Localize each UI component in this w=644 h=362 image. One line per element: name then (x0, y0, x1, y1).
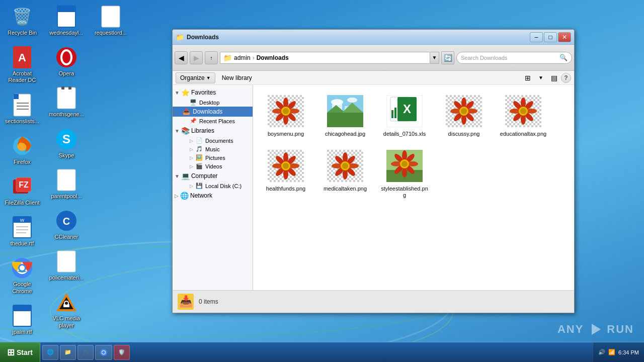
new-library-button[interactable]: New library (217, 72, 257, 83)
desktop-icon-thedue[interactable]: W thedue.rtf (3, 213, 42, 249)
libraries-expand-icon: ▼ (175, 128, 180, 134)
tray-volume-icon[interactable]: 🔊 (598, 349, 605, 355)
search-bar[interactable]: Search Downloads 🔍 (456, 52, 572, 64)
file-thumb-discussy (444, 94, 484, 129)
nav-item-music[interactable]: ▷ 🎵 Music (173, 145, 253, 153)
start-label: Start (17, 348, 33, 356)
file-name-discussy: discussy.png (448, 131, 480, 137)
file-item-details[interactable]: X details_0710s.xls (377, 90, 432, 141)
file-thumb-boysmenu (266, 94, 306, 129)
start-button[interactable]: ⊞ Start (0, 342, 40, 362)
filezilla-label: FileZilla Client (5, 200, 39, 206)
up-button[interactable]: ↑ (205, 51, 218, 64)
monthsgene-icon (54, 86, 78, 110)
file-item-boysmenu[interactable]: boysmenu.png (258, 90, 313, 141)
navigation-pane: ▼ ⭐ Favorites 🖥️ Desktop 📥 Downloads 📌 R… (173, 85, 253, 290)
file-item-medicaltaken[interactable]: medicaltaken.png (317, 145, 373, 202)
taskbar-explorer-button[interactable]: 📁 (60, 345, 76, 360)
taskbar-media-button[interactable]: 🎵 (77, 345, 94, 360)
desktop-icon-jpalm[interactable]: jpalm.rtf (3, 302, 42, 337)
opera-icon (54, 45, 78, 69)
file-item-chicagohead[interactable]: chicagohead.jpg (317, 90, 373, 141)
sectionslists-icon (10, 93, 34, 117)
ccleaner-label: CCleaner (55, 234, 78, 240)
network-expand-icon: ▷ (175, 193, 179, 199)
recent-places-icon: 📌 (190, 118, 197, 124)
status-folder-icon: 📥 (178, 294, 194, 310)
desktop-icon-recycle-bin[interactable]: 🗑️ Recycle Bin (3, 3, 42, 38)
styleestablished-preview (386, 150, 423, 182)
taskbar-security-button[interactable]: 🛡️ (114, 345, 130, 360)
desktop-icon-monthsgene[interactable]: monthsgene... (47, 84, 86, 120)
downloads-nav-label: Downloads (193, 108, 222, 115)
vlc-label: VLC media player (49, 315, 84, 328)
libraries-section[interactable]: ▼ 📚 Libraries (173, 125, 253, 136)
desktop-icon-firefox[interactable]: Firefox (3, 132, 42, 167)
nav-item-videos[interactable]: ▷ 🎬 Videos (173, 162, 253, 170)
nav-item-documents[interactable]: ▷ 📄 Documents (173, 136, 253, 145)
tray-network-icon[interactable]: 📶 (608, 349, 615, 355)
svg-rect-39 (57, 251, 75, 272)
address-bar[interactable]: 📁 admin › Downloads (220, 52, 430, 64)
window-title-bar: 📁 Downloads – □ ✕ (173, 30, 574, 45)
address-dropdown-button[interactable]: ▼ (430, 52, 439, 64)
help-button[interactable]: ? (561, 73, 571, 83)
file-item-discussy[interactable]: discussy.png (436, 90, 492, 141)
svg-rect-26 (13, 305, 31, 311)
desktop-icon-acrobat[interactable]: A Acrobat Reader DC (3, 43, 42, 85)
desktop-icon-ccleaner[interactable]: C CCleaner (47, 207, 86, 242)
boysmenu-preview (268, 95, 304, 127)
desktop-icon-filezilla[interactable]: FZ FileZilla Client (3, 172, 42, 208)
file-item-healthfunds[interactable]: healthfunds.png (258, 145, 313, 202)
desktop-icon-opera[interactable]: Opera (47, 43, 86, 79)
desktop-icon-sectionslists[interactable]: sectionslists... (3, 91, 42, 127)
nav-item-local-disk[interactable]: ▷ 💾 Local Disk (C:) (173, 182, 253, 190)
desktop-icon-parentpool[interactable]: parentpool... (47, 166, 86, 202)
desktop-icon-requestlord[interactable]: requestlord... (91, 3, 130, 38)
back-button[interactable]: ◀ (175, 51, 188, 64)
nav-item-desktop[interactable]: 🖥️ Desktop (173, 98, 253, 107)
taskbar-chrome-button[interactable] (95, 345, 112, 360)
desktop-icon-vlc[interactable]: VLC media player (47, 288, 86, 330)
computer-section[interactable]: ▼ 💻 Computer (173, 170, 253, 182)
tray-clock: 6:34 PM (618, 349, 639, 355)
network-section[interactable]: ▷ 🌐 Network (173, 190, 253, 201)
svg-point-44 (65, 302, 68, 305)
computer-label: Computer (191, 172, 218, 179)
file-item-styleestablished[interactable]: styleestablished.png (377, 145, 432, 202)
svg-point-120 (283, 163, 289, 169)
refresh-button[interactable]: 🔄 (441, 51, 454, 64)
desktop-icon-skype[interactable]: S Skype (47, 125, 86, 161)
favorites-section[interactable]: ▼ ⭐ Favorites (173, 87, 253, 98)
nav-item-pictures[interactable]: ▷ 🖼️ Pictures (173, 153, 253, 162)
taskbar-ie-icon: 🌐 (47, 349, 54, 355)
desktop-icon-chrome[interactable]: Google Chrome (3, 254, 42, 296)
acrobat-label: Acrobat Reader DC (5, 70, 40, 83)
taskbar-explorer-icon: 📁 (64, 349, 71, 355)
desktop-icon-policemateri[interactable]: policemateri... (47, 247, 86, 283)
file-item-educationaltax[interactable]: educationaltax.png (496, 90, 551, 141)
details-pane-button[interactable]: ▤ (548, 72, 560, 83)
minimize-button[interactable]: – (530, 32, 543, 42)
organize-button[interactable]: Organize ▼ (176, 72, 215, 83)
close-button[interactable]: ✕ (558, 32, 571, 42)
explorer-title-icon: 📁 (176, 33, 184, 41)
filezilla-icon: FZ (10, 174, 34, 199)
local-disk-nav-label: Local Disk (C:) (205, 183, 242, 189)
nav-item-recent-places[interactable]: 📌 Recent Places (173, 117, 253, 125)
vlc-icon (54, 290, 78, 314)
forward-button[interactable]: ▶ (190, 51, 203, 64)
file-name-chicagohead: chicagohead.jpg (325, 131, 365, 137)
window-controls: – □ ✕ (530, 32, 571, 42)
monthsgene-label: monthsgene... (49, 111, 84, 118)
taskbar-chrome-icon (100, 348, 108, 356)
pictures-nav-icon: 🖼️ (196, 154, 203, 161)
view-dropdown-button[interactable]: ▼ (535, 72, 547, 83)
nav-item-downloads[interactable]: 📥 Downloads (173, 107, 253, 117)
medicaltaken-preview (327, 150, 363, 182)
desktop-icon-wednesdayl[interactable]: wednesdayl... (47, 3, 86, 38)
view-change-button[interactable]: ⊞ (522, 72, 534, 83)
maximize-button[interactable]: □ (544, 32, 557, 42)
acrobat-icon: A (10, 45, 34, 69)
taskbar-ie-button[interactable]: 🌐 (42, 345, 58, 360)
